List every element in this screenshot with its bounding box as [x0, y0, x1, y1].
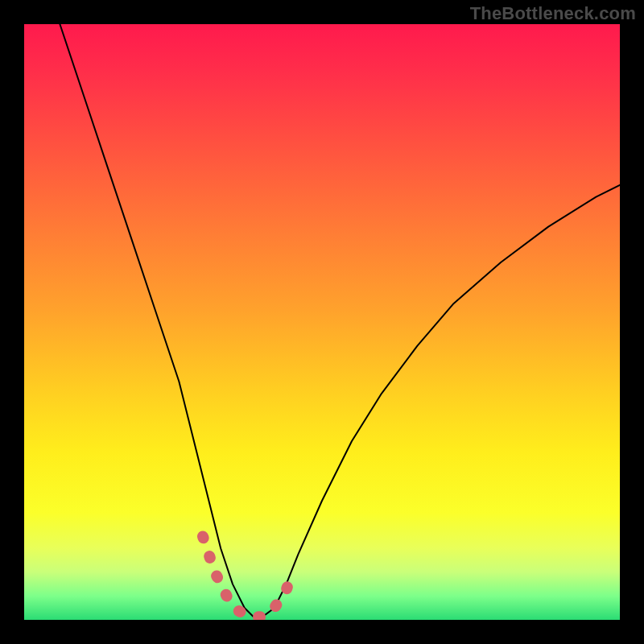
curve-layer — [24, 24, 620, 620]
chart-frame: TheBottleneck.com — [0, 0, 644, 644]
bottleneck-curve — [60, 24, 620, 617]
plot-area — [24, 24, 620, 620]
highlight-segment — [203, 536, 292, 617]
watermark-text: TheBottleneck.com — [470, 3, 636, 24]
